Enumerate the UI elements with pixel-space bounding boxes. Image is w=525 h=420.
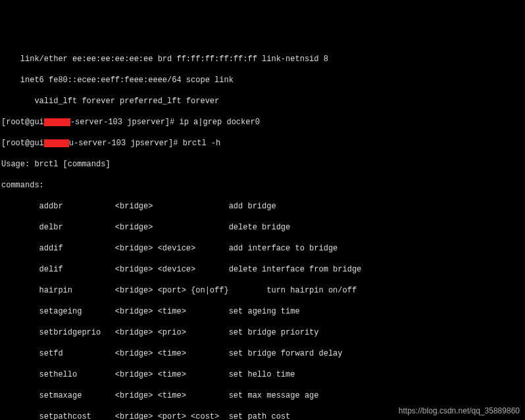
output-line: link/ether ee:ee:ee:ee:ee:ee brd ff:ff:f… bbox=[1, 54, 524, 64]
help-line: delif <bridge> <device> delete interface… bbox=[1, 264, 524, 275]
prompt-line: [root@gui-server-103 jpserver]# ip a|gre… bbox=[1, 117, 524, 128]
terminal-output[interactable]: link/ether ee:ee:ee:ee:ee:ee brd ff:ff:f… bbox=[1, 43, 524, 420]
help-line: addbr <bridge> add bridge bbox=[1, 201, 524, 212]
help-line: sethello <bridge> <time> set hello time bbox=[1, 369, 524, 380]
help-line: setmaxage <bridge> <time> set max messag… bbox=[1, 390, 524, 401]
help-line: addif <bridge> <device> add interface to… bbox=[1, 243, 524, 254]
watermark-text: https://blog.csdn.net/qq_35889860 bbox=[399, 406, 520, 416]
output-line: inet6 fe80::ecee:eeff:feee:eeee/64 scope… bbox=[1, 75, 524, 85]
output-line: valid_lft forever preferred_lft forever bbox=[1, 96, 524, 106]
help-line: hairpin <bridge> <port> {on|off} turn ha… bbox=[1, 285, 524, 296]
help-line: delbr <bridge> delete bridge bbox=[1, 222, 524, 233]
prompt-line: [root@guiu-server-103 jpserver]# brctl -… bbox=[1, 138, 524, 149]
help-line: Usage: brctl [commands] bbox=[1, 159, 524, 170]
help-line: setageing <bridge> <time> set ageing tim… bbox=[1, 306, 524, 317]
help-line: commands: bbox=[1, 180, 524, 191]
help-line: setbridgeprio <bridge> <prio> set bridge… bbox=[1, 327, 524, 338]
help-line: setfd <bridge> <time> set bridge forward… bbox=[1, 348, 524, 359]
